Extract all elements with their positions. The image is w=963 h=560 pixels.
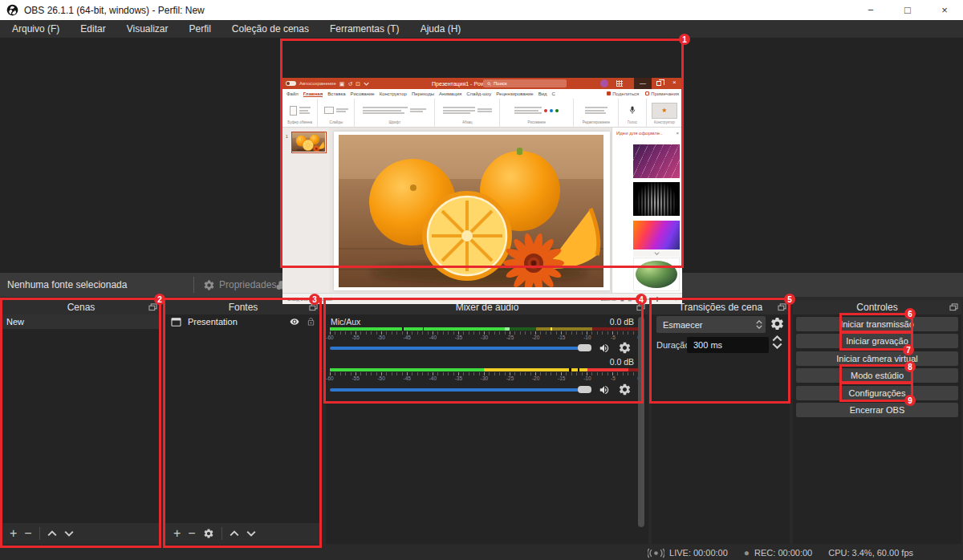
exit-obs-button[interactable]: Encerrar OBS xyxy=(796,403,958,417)
combo-up-icon[interactable] xyxy=(756,320,762,324)
menu-colecao-de-cenas[interactable]: Coleção de cenas xyxy=(221,23,319,34)
ppt-autosave-toggle[interactable] xyxy=(286,81,296,86)
add-scene-button[interactable]: + xyxy=(10,527,17,540)
ppt-minimize-button[interactable]: — xyxy=(634,78,652,89)
design-ideas-more-button[interactable] xyxy=(633,250,680,257)
source-lock-icon[interactable] xyxy=(307,317,315,327)
ppt-tab-slideshow[interactable]: Слайд-шоу xyxy=(466,91,491,96)
design-idea-thumbnail[interactable] xyxy=(633,182,680,216)
mic-aux-slider-handle[interactable] xyxy=(578,344,591,351)
ppt-tab-file[interactable]: Файл xyxy=(286,91,299,96)
dictate-mic-icon xyxy=(629,106,636,115)
ppt-ribbon-options-icon[interactable] xyxy=(616,80,623,87)
ppt-tab-view[interactable]: Вид xyxy=(538,91,547,96)
menu-ferramentas[interactable]: Ferramentas (T) xyxy=(319,23,410,34)
remove-source-button[interactable]: − xyxy=(188,527,195,540)
source-visibility-eye-icon[interactable] xyxy=(289,317,300,327)
ppt-zoom-slider[interactable] xyxy=(644,298,671,300)
mic-aux-settings-gear-icon[interactable] xyxy=(618,341,632,355)
ppt-undo-icon[interactable]: ↺ xyxy=(347,81,352,87)
mic-aux-mute-speaker-icon[interactable] xyxy=(598,343,611,354)
minimize-button[interactable]: − xyxy=(852,0,889,20)
start-virtual-camera-button[interactable]: Iniciar câmera virtual xyxy=(796,351,958,366)
ppt-slideshow-icon[interactable]: ⊡ xyxy=(356,81,360,87)
dock-popout-icon[interactable] xyxy=(949,303,958,311)
start-recording-button[interactable]: Iniciar gravação xyxy=(796,334,958,348)
add-source-button[interactable]: + xyxy=(173,527,181,540)
mixer-scrollbar[interactable] xyxy=(638,317,644,527)
ribbon-group-paragraph[interactable]: Абзац xyxy=(435,99,500,127)
mic-aux-volume-slider[interactable] xyxy=(330,347,591,350)
close-button[interactable]: × xyxy=(926,0,963,20)
menu-perfil[interactable]: Perfil xyxy=(179,23,221,34)
menu-visualizar[interactable]: Visualizar xyxy=(116,23,179,34)
ppt-tab-animations[interactable]: Анимация xyxy=(439,91,461,96)
source-properties-gear-icon[interactable] xyxy=(203,528,214,539)
ppt-quick-access-toolbar[interactable]: Автосохранение ▣ ↺ ⊡ xyxy=(286,81,369,87)
ppt-user-avatar[interactable] xyxy=(600,79,608,87)
transition-select[interactable]: Esmaecer xyxy=(656,316,766,333)
track2-volume-slider[interactable] xyxy=(330,388,591,392)
ppt-tab-design[interactable]: Конструктор xyxy=(380,91,407,96)
annotation-badge-4: 4 xyxy=(636,294,647,305)
ribbon-group-designer[interactable]: ★ Конструктор xyxy=(647,99,682,127)
ppt-tab-insert[interactable]: Вставка xyxy=(327,91,345,96)
ribbon-group-font[interactable]: Шрифт xyxy=(355,99,435,127)
transition-properties-gear-icon[interactable] xyxy=(770,316,785,331)
design-idea-thumbnail[interactable] xyxy=(633,144,680,178)
duration-increase-icon[interactable] xyxy=(772,335,782,342)
ppt-share-button[interactable]: Поделиться xyxy=(607,91,639,96)
ppt-tab-home[interactable]: Главная xyxy=(303,91,323,97)
dock-popout-icon[interactable] xyxy=(148,303,157,311)
scene-item-new[interactable]: New xyxy=(2,314,160,329)
scenes-panel-header[interactable]: Cenas xyxy=(2,300,160,314)
studio-mode-button[interactable]: Modo estúdio xyxy=(796,368,958,383)
preview-area[interactable]: Автосохранение ▣ ↺ ⊡ Презентация1 - Powe… xyxy=(0,38,963,273)
source-item-presentation[interactable]: Presentation xyxy=(165,314,321,329)
settings-button[interactable]: Configurações xyxy=(796,386,958,400)
ppt-save-icon[interactable]: ▣ xyxy=(339,81,345,87)
design-ideas-close-icon[interactable]: × xyxy=(676,131,679,136)
ribbon-group-drawing[interactable]: Рисование xyxy=(500,99,574,127)
ppt-view-normal-icon[interactable]: ▦ xyxy=(620,297,624,302)
start-streaming-button[interactable]: Iniciar transmissão xyxy=(796,317,958,331)
ribbon-group-editing[interactable]: Редактирование xyxy=(574,99,619,127)
track2-mute-speaker-icon[interactable] xyxy=(598,384,611,396)
remove-scene-button[interactable]: − xyxy=(24,527,31,540)
menu-editar[interactable]: Editar xyxy=(70,23,116,34)
ribbon-group-clipboard[interactable]: Буфер обмена xyxy=(282,99,318,127)
ppt-qat-dropdown-icon[interactable] xyxy=(364,82,369,86)
dock-popout-icon[interactable] xyxy=(778,303,786,311)
ppt-zoom-in-icon[interactable]: + xyxy=(675,297,677,302)
duration-decrease-icon[interactable] xyxy=(772,343,782,349)
combo-down-icon[interactable] xyxy=(756,325,762,329)
ppt-view-sorter-icon[interactable]: ▤ xyxy=(628,297,632,302)
ppt-close-button[interactable]: × xyxy=(672,79,677,86)
duration-input[interactable]: 300 ms xyxy=(687,337,769,353)
move-source-down-button[interactable] xyxy=(246,530,256,537)
ribbon-group-voice[interactable]: Голос xyxy=(619,99,647,127)
ppt-search-box[interactable]: Поиск xyxy=(483,79,567,87)
move-scene-up-button[interactable] xyxy=(47,530,57,537)
ppt-tab-draw[interactable]: Рисование xyxy=(350,91,374,96)
properties-button[interactable]: Propriedades xyxy=(203,273,276,297)
controls-panel-header[interactable]: Controles xyxy=(793,300,961,314)
ppt-slide-canvas[interactable] xyxy=(334,132,610,290)
ppt-notes-button[interactable]: Заметки xyxy=(601,297,616,302)
ppt-slide-thumbnails-pane[interactable]: 1 xyxy=(282,128,329,293)
track2-slider-handle[interactable] xyxy=(578,386,591,393)
move-source-up-button[interactable] xyxy=(230,530,239,537)
menu-ajuda[interactable]: Ajuda (H) xyxy=(410,23,472,34)
ppt-comments-button[interactable]: Примечания xyxy=(645,91,679,96)
track2-settings-gear-icon[interactable] xyxy=(618,383,632,396)
ppt-tab-transitions[interactable]: Переходы xyxy=(412,91,434,96)
ribbon-group-slides[interactable]: Слайды xyxy=(318,99,355,127)
design-idea-thumbnail[interactable] xyxy=(633,258,680,291)
maximize-button[interactable]: □ xyxy=(889,0,926,20)
ppt-tab-review[interactable]: Рецензирование xyxy=(496,91,533,96)
ppt-restore-button[interactable] xyxy=(656,81,661,86)
slide-thumbnail[interactable] xyxy=(291,132,327,153)
menu-arquivo[interactable]: Arquivo (F) xyxy=(2,23,70,34)
design-idea-thumbnail[interactable] xyxy=(633,221,680,250)
move-scene-down-button[interactable] xyxy=(64,530,74,537)
